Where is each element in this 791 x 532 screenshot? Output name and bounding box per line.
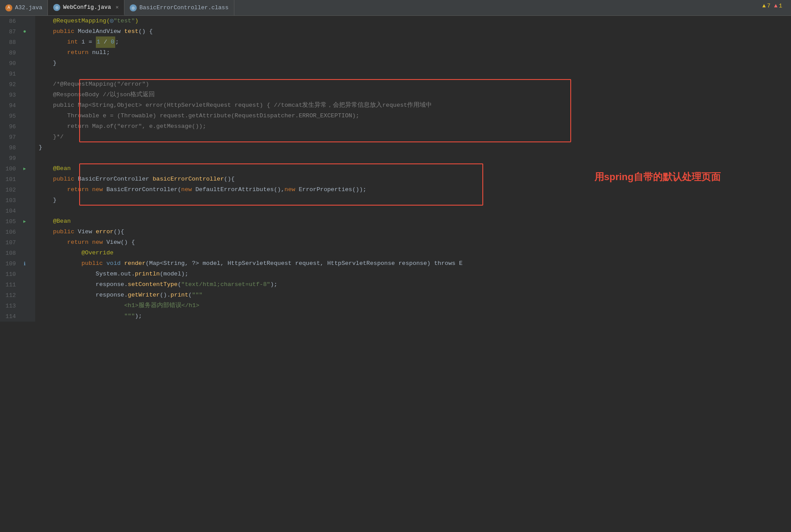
line-num-98: 98 <box>0 145 20 151</box>
gutter-row-106: 106 <box>0 227 35 237</box>
line-num-102: 102 <box>0 187 20 193</box>
gutter-icon-100[interactable]: ▶ <box>20 166 29 171</box>
code-line-104 <box>39 206 791 216</box>
code-line-87: public ModelAndView test() { <box>39 26 791 37</box>
line-num-90: 90 <box>0 60 20 67</box>
ide-window: A A32.java ◎ WebConfig.java ✕ ◎ BasicErr… <box>0 0 791 322</box>
code-line-89: return null; <box>39 47 791 58</box>
tab-WebConfig-icon: ◎ <box>53 4 60 11</box>
tab-WebConfig[interactable]: ◎ WebConfig.java ✕ <box>48 0 124 15</box>
code-line-111: response.setContentType("text/html;chars… <box>39 279 791 290</box>
gutter-row-107: 107 <box>0 237 35 248</box>
line-num-86: 86 <box>0 18 20 25</box>
code-line-88: int i = 1 / 0; <box>39 37 791 47</box>
gutter-row-96: 96 <box>0 121 35 132</box>
line-num-112: 112 <box>0 292 20 299</box>
tab-A32[interactable]: A A32.java <box>0 0 48 15</box>
tab-A32-label: A32.java <box>15 4 42 11</box>
code-line-90: } <box>39 58 791 69</box>
line-num-108: 108 <box>0 250 20 257</box>
callout-annotation: 用spring自带的默认处理页面 <box>594 170 721 184</box>
code-line-99 <box>39 153 791 163</box>
tab-BasicErrorController-icon: ◎ <box>130 4 137 11</box>
gutter-row-86: 86 <box>0 16 35 26</box>
code-line-113: <h1>服务器内部错误</h1> <box>39 300 791 311</box>
tab-WebConfig-close[interactable]: ✕ <box>116 4 119 11</box>
gutter-row-108: 108 <box>0 248 35 258</box>
gutter-row-105: 105 ▶ <box>0 216 35 227</box>
gutter-row-98: 98 <box>0 142 35 153</box>
gutter-row-111: 111 <box>0 279 35 290</box>
gutter-icon-109[interactable]: ℹ <box>20 261 29 267</box>
tab-BasicErrorController-label: BasicErrorController.class <box>139 4 229 11</box>
tab-A32-icon: A <box>5 4 12 11</box>
tab-bar: A A32.java ◎ WebConfig.java ✕ ◎ BasicErr… <box>0 0 791 16</box>
line-num-109: 109 <box>0 261 20 267</box>
line-num-91: 91 <box>0 71 20 77</box>
code-line-106: public View error(){ <box>39 227 791 237</box>
editor-area: 86 87 ● 88 89 90 <box>0 16 791 322</box>
warn-count: 7 <box>767 3 771 9</box>
tab-BasicErrorController[interactable]: ◎ BasicErrorController.class <box>124 0 234 15</box>
code-line-112: response.getWriter().print(""" <box>39 290 791 300</box>
gutter: 86 87 ● 88 89 90 <box>0 16 35 322</box>
gutter-row-94: 94 <box>0 100 35 111</box>
code-content[interactable]: @RequestMapping(◎"test") public ModelAnd… <box>35 16 791 322</box>
gutter-row-88: 88 <box>0 37 35 47</box>
gutter-row-89: 89 <box>0 47 35 58</box>
line-num-114: 114 <box>0 313 20 320</box>
line-num-89: 89 <box>0 50 20 56</box>
line-num-99: 99 <box>0 155 20 162</box>
gutter-row-91: 91 <box>0 69 35 79</box>
warn-badge: ▲ 7 <box>762 3 771 9</box>
line-num-97: 97 <box>0 134 20 141</box>
line-num-100: 100 <box>0 166 20 172</box>
gutter-row-101: 101 <box>0 174 35 185</box>
line-num-101: 101 <box>0 176 20 183</box>
gutter-row-113: 113 <box>0 300 35 311</box>
line-num-111: 111 <box>0 282 20 288</box>
gutter-row-92: 92 <box>0 79 35 90</box>
code-line-102: return new BasicErrorController(new Defa… <box>39 185 791 195</box>
gutter-row-112: 112 <box>0 290 35 300</box>
warn-triangle-icon: ▲ <box>762 3 766 9</box>
code-line-86: @RequestMapping(◎"test") <box>39 16 791 26</box>
line-num-105: 105 <box>0 218 20 225</box>
code-line-92: /*@RequestMapping("/error") <box>39 79 791 90</box>
gutter-icon-87[interactable]: ● <box>20 29 29 35</box>
gutter-row-104: 104 <box>0 206 35 216</box>
gutter-row-103: 103 <box>0 195 35 206</box>
gutter-icon-105[interactable]: ▶ <box>20 219 29 224</box>
gutter-row-99: 99 <box>0 153 35 163</box>
gutter-row-95: 95 <box>0 111 35 121</box>
code-line-95: Throwable e = (Throwable) request.getAtt… <box>39 111 791 121</box>
line-num-103: 103 <box>0 197 20 204</box>
err-count: 1 <box>779 3 782 9</box>
code-line-114: """); <box>39 311 791 322</box>
err-badge: ▲ 1 <box>774 3 782 9</box>
line-num-88: 88 <box>0 39 20 46</box>
code-line-103: } <box>39 195 791 206</box>
gutter-row-90: 90 <box>0 58 35 69</box>
err-triangle-icon: ▲ <box>774 3 777 9</box>
gutter-row-93: 93 <box>0 90 35 100</box>
code-line-108: @Override <box>39 248 791 258</box>
line-num-110: 110 <box>0 271 20 278</box>
gutter-row-114: 114 <box>0 311 35 322</box>
line-num-94: 94 <box>0 102 20 109</box>
gutter-row-100: 100 ▶ <box>0 163 35 174</box>
gutter-row-102: 102 <box>0 185 35 195</box>
line-num-92: 92 <box>0 81 20 88</box>
line-num-87: 87 <box>0 29 20 35</box>
code-line-91 <box>39 69 791 79</box>
code-line-107: return new View() { <box>39 237 791 248</box>
code-line-97: }*/ <box>39 132 791 142</box>
code-line-105: @Bean <box>39 216 791 227</box>
gutter-row-97: 97 <box>0 132 35 142</box>
line-num-96: 96 <box>0 123 20 130</box>
line-num-106: 106 <box>0 229 20 235</box>
line-num-95: 95 <box>0 113 20 119</box>
gutter-row-110: 110 <box>0 269 35 279</box>
line-num-107: 107 <box>0 239 20 246</box>
code-line-96: return Map.of("error", e.getMessage()); <box>39 121 791 132</box>
